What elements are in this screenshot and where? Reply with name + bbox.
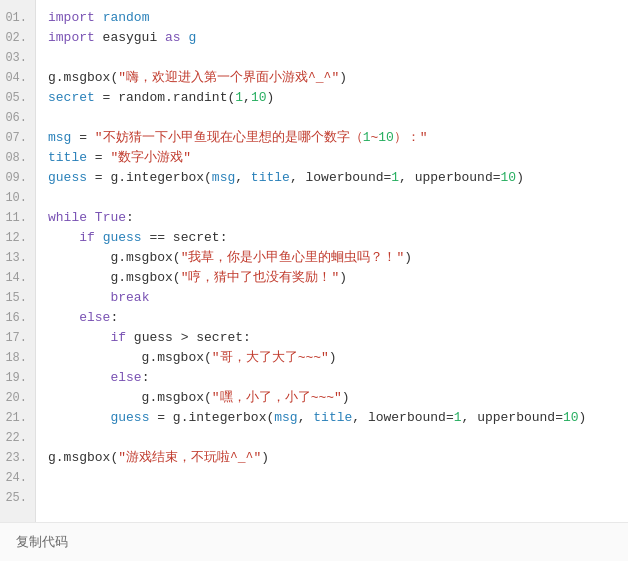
code-line-2: import easygui as g — [48, 28, 616, 48]
code-line-19: else: — [48, 368, 616, 388]
line-number-3: 03. — [0, 48, 35, 68]
line-number-15: 15. — [0, 288, 35, 308]
line-numbers: 01.02.03.04.05.06.07.08.09.10.11.12.13.1… — [0, 0, 36, 522]
code-line-4: g.msgbox("嗨，欢迎进入第一个界面小游戏^_^") — [48, 68, 616, 88]
line-number-17: 17. — [0, 328, 35, 348]
line-number-14: 14. — [0, 268, 35, 288]
code-line-14: g.msgbox("哼，猜中了也没有奖励！") — [48, 268, 616, 288]
code-line-22 — [48, 428, 616, 448]
code-line-17: if guess > secret: — [48, 328, 616, 348]
line-number-13: 13. — [0, 248, 35, 268]
code-line-15: break — [48, 288, 616, 308]
code-line-24 — [48, 468, 616, 488]
copy-button[interactable]: 复制代码 — [16, 533, 68, 551]
code-line-11: while True: — [48, 208, 616, 228]
code-line-18: g.msgbox("哥，大了大了~~~") — [48, 348, 616, 368]
line-number-16: 16. — [0, 308, 35, 328]
line-number-9: 09. — [0, 168, 35, 188]
line-number-12: 12. — [0, 228, 35, 248]
code-line-1: import random — [48, 8, 616, 28]
code-line-9: guess = g.integerbox(msg, title, lowerbo… — [48, 168, 616, 188]
code-line-13: g.msgbox("我草，你是小甲鱼心里的蛔虫吗？！") — [48, 248, 616, 268]
line-number-19: 19. — [0, 368, 35, 388]
code-container: 01.02.03.04.05.06.07.08.09.10.11.12.13.1… — [0, 0, 628, 561]
code-line-25 — [48, 488, 616, 508]
code-line-6 — [48, 108, 616, 128]
line-number-18: 18. — [0, 348, 35, 368]
line-number-21: 21. — [0, 408, 35, 428]
code-line-16: else: — [48, 308, 616, 328]
line-number-23: 23. — [0, 448, 35, 468]
footer: 复制代码 — [0, 522, 628, 561]
line-number-10: 10. — [0, 188, 35, 208]
code-line-8: title = "数字小游戏" — [48, 148, 616, 168]
code-line-20: g.msgbox("嘿，小了，小了~~~") — [48, 388, 616, 408]
line-number-11: 11. — [0, 208, 35, 228]
code-line-10 — [48, 188, 616, 208]
code-line-12: if guess == secret: — [48, 228, 616, 248]
line-number-1: 01. — [0, 8, 35, 28]
code-line-3 — [48, 48, 616, 68]
line-number-25: 25. — [0, 488, 35, 508]
code-line-23: g.msgbox("游戏结束，不玩啦^_^") — [48, 448, 616, 468]
code-line-21: guess = g.integerbox(msg, title, lowerbo… — [48, 408, 616, 428]
line-number-8: 08. — [0, 148, 35, 168]
code-line-7: msg = "不妨猜一下小甲鱼现在心里想的是哪个数字（1~10）：" — [48, 128, 616, 148]
code-line-5: secret = random.randint(1,10) — [48, 88, 616, 108]
line-number-22: 22. — [0, 428, 35, 448]
line-number-24: 24. — [0, 468, 35, 488]
line-number-6: 06. — [0, 108, 35, 128]
line-number-2: 02. — [0, 28, 35, 48]
line-number-4: 04. — [0, 68, 35, 88]
code-content: import randomimport easygui as g g.msgbo… — [36, 0, 628, 522]
code-block: 01.02.03.04.05.06.07.08.09.10.11.12.13.1… — [0, 0, 628, 522]
line-number-7: 07. — [0, 128, 35, 148]
line-number-20: 20. — [0, 388, 35, 408]
line-number-5: 05. — [0, 88, 35, 108]
